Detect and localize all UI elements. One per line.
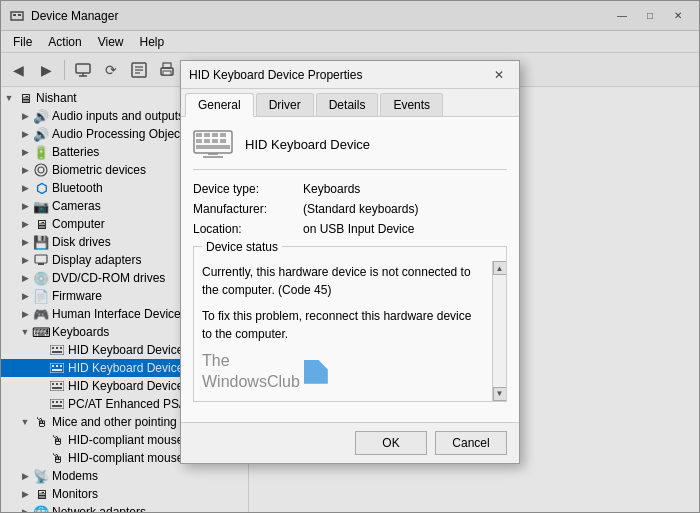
svg-rect-48 — [204, 133, 210, 137]
prop-row-location: Location: on USB Input Device — [193, 222, 507, 236]
device-type-value: Keyboards — [303, 182, 360, 196]
svg-rect-50 — [220, 133, 226, 137]
svg-rect-55 — [196, 145, 230, 149]
device-type-label: Device type: — [193, 182, 303, 196]
watermark-logo-icon — [304, 360, 328, 384]
location-label: Location: — [193, 222, 303, 236]
tab-details[interactable]: Details — [316, 93, 379, 116]
device-status-group: Device status Currently, this hardware d… — [193, 246, 507, 402]
properties-table: Device type: Keyboards Manufacturer: (St… — [193, 182, 507, 236]
device-header: HID Keyboard Device — [193, 129, 507, 170]
location-value: on USB Input Device — [303, 222, 414, 236]
dialog-tabs: General Driver Details Events — [181, 89, 519, 117]
svg-rect-53 — [212, 139, 218, 143]
device-icon — [193, 129, 233, 159]
cancel-button[interactable]: Cancel — [435, 431, 507, 455]
status-legend: Device status — [202, 240, 282, 254]
svg-rect-51 — [196, 139, 202, 143]
dialog-footer: OK Cancel — [181, 422, 519, 463]
svg-rect-54 — [220, 139, 226, 143]
scroll-track — [493, 275, 507, 387]
status-text-container: Currently, this hardware device is not c… — [202, 263, 498, 393]
tab-driver[interactable]: Driver — [256, 93, 314, 116]
prop-row-manufacturer: Manufacturer: (Standard keyboards) — [193, 202, 507, 216]
status-text-line2: To fix this problem, reconnect this hard… — [202, 307, 482, 343]
status-text-line1: Currently, this hardware device is not c… — [202, 263, 482, 299]
dialog-close-button[interactable]: ✕ — [487, 65, 511, 85]
tab-general[interactable]: General — [185, 93, 254, 117]
status-scrollbar[interactable]: ▲ ▼ — [492, 261, 506, 401]
dialog-body: HID Keyboard Device Device type: Keyboar… — [181, 117, 519, 422]
scroll-down-arrow[interactable]: ▼ — [493, 387, 507, 401]
scroll-up-arrow[interactable]: ▲ — [493, 261, 507, 275]
dialog-overlay: HID Keyboard Device Properties ✕ General… — [0, 0, 700, 513]
watermark-text: TheWindowsClub — [202, 351, 300, 393]
properties-dialog: HID Keyboard Device Properties ✕ General… — [180, 60, 520, 464]
ok-button[interactable]: OK — [355, 431, 427, 455]
svg-rect-47 — [196, 133, 202, 137]
manufacturer-value: (Standard keyboards) — [303, 202, 418, 216]
dialog-title: HID Keyboard Device Properties — [189, 68, 487, 82]
svg-rect-52 — [204, 139, 210, 143]
dialog-title-bar: HID Keyboard Device Properties ✕ — [181, 61, 519, 89]
status-body: Currently, this hardware device is not c… — [194, 261, 506, 401]
tab-events[interactable]: Events — [380, 93, 443, 116]
svg-rect-49 — [212, 133, 218, 137]
manufacturer-label: Manufacturer: — [193, 202, 303, 216]
device-name: HID Keyboard Device — [245, 137, 370, 152]
prop-row-device-type: Device type: Keyboards — [193, 182, 507, 196]
watermark: TheWindowsClub — [202, 351, 482, 393]
